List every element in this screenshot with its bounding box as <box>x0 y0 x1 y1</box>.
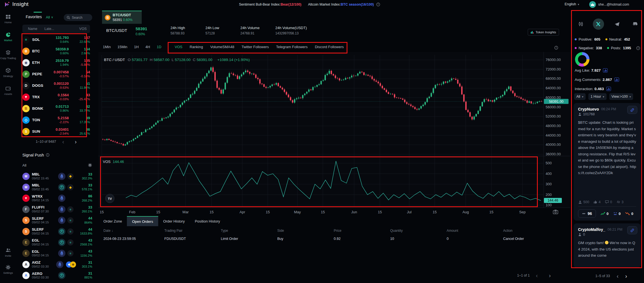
info-icon[interactable] <box>376 3 380 6</box>
discord-icon[interactable] <box>632 22 638 27</box>
timeframe-1min[interactable]: 1Min <box>103 45 111 49</box>
page-next-button[interactable]: › <box>625 273 627 279</box>
order-column-date[interactable]: Date ↓ <box>103 229 164 233</box>
mini-chart-icon[interactable] <box>603 68 608 72</box>
tab-twitter-x-icon[interactable] <box>593 18 604 30</box>
column-vos[interactable]: VOS <box>74 27 87 31</box>
telegram-icon[interactable] <box>614 22 620 27</box>
sidebar-item-copy-trading[interactable]: Copy Trading <box>0 50 16 60</box>
filter-dropdown-2[interactable]: View:>100▾ <box>609 93 633 100</box>
account-email[interactable]: she...@hotmail.com <box>598 3 629 6</box>
post-link-button[interactable] <box>627 226 637 234</box>
timeframe-4h[interactable]: 4H <box>145 45 150 49</box>
post-card-0[interactable]: CrypNuevo06:24 PM101768$BTC update: Char… <box>574 103 641 221</box>
filter-dropdown-1[interactable]: 1 Hour▾ <box>588 93 607 100</box>
insight-logo-icon <box>4 1 10 8</box>
column-latest[interactable]: Late... <box>44 27 74 31</box>
post-author[interactable]: CryptoMalfoy_ <box>578 227 605 232</box>
tab-btcusdt-pair[interactable]: B BTC/USDT 58391 0.60% <box>102 11 142 24</box>
sidebar-item-assets[interactable]: Assets <box>0 86 16 95</box>
timeframe-15min[interactable]: 15Min <box>117 45 127 49</box>
language-selector[interactable]: English ▾ <box>565 2 579 6</box>
page-prev-button[interactable]: ‹ <box>617 273 619 279</box>
order-column-trading-pair[interactable]: Trading Pair <box>164 229 221 233</box>
page-next-button[interactable]: › <box>75 139 77 144</box>
chart-settings-icon[interactable] <box>578 21 584 27</box>
token-insights-button[interactable]: Token Insights <box>528 29 559 36</box>
order-tab-order-zone[interactable]: Order Zone <box>98 216 127 226</box>
sidebar-item-settings[interactable]: Settings <box>0 265 16 274</box>
watchlist-row-eth[interactable]: ◆ETH2519.791.94%105-5.88% <box>22 57 90 68</box>
order-tab-order-history[interactable]: Order History <box>158 216 190 226</box>
mini-chart-icon[interactable] <box>606 87 611 91</box>
order-column-side[interactable]: Side <box>277 229 334 233</box>
post-card-1[interactable]: CryptoMalfoy_06:21 PM0GM crypto fam! We'… <box>574 223 641 268</box>
tab-ranking[interactable]: Ranking <box>190 45 203 49</box>
filter-dropdown-0[interactable]: All▾ <box>574 93 586 100</box>
signal-row-egl-7[interactable]: EEGL09/02 04:15≡431156.2% <box>22 248 92 259</box>
coin-symbol: SOL <box>32 38 47 42</box>
sidebar-item-market[interactable]: Market <box>0 32 16 42</box>
mini-chart-icon[interactable] <box>614 78 619 82</box>
info-icon[interactable] <box>554 46 558 50</box>
sidebar-item-invite[interactable]: Invite <box>0 247 16 257</box>
watchlist-row-ton[interactable]: ◇TON5.2158-2.22%3917.35% <box>22 114 90 126</box>
post-link-button[interactable] <box>627 106 637 114</box>
order-column-price[interactable]: Price <box>334 229 390 233</box>
info-icon[interactable] <box>636 46 640 50</box>
tab-discord-followers[interactable]: Discord Followers <box>315 45 344 49</box>
page-prev-button[interactable]: ‹ <box>536 273 538 278</box>
page-prev-button[interactable]: ‹ <box>62 139 64 144</box>
sidebar-item-home[interactable]: Home <box>0 14 16 24</box>
sidebar-item-strategy[interactable]: Strategy <box>0 68 16 78</box>
timeframe-1d[interactable]: 1D <box>157 45 162 49</box>
signal-badges <box>58 272 75 279</box>
order-column-quantity[interactable]: Quantity <box>390 229 447 233</box>
watchlist-row-sun[interactable]: SSUN0.03401-2.54%3625.62% <box>22 126 90 137</box>
tab-twitter-followers[interactable]: Twitter Followers <box>242 45 269 49</box>
coin-vos: 42 <box>71 104 90 109</box>
signal-info: MBL09/02 15:45 <box>32 183 58 191</box>
tab-vos[interactable]: VOS <box>175 45 182 49</box>
signal-row-egl-6[interactable]: EEGL09/02 04:15≡432568.1% <box>22 237 92 248</box>
page-next-button[interactable]: › <box>549 273 551 278</box>
column-name[interactable]: Name <box>28 27 44 31</box>
watchlist-row-dogs[interactable]: DDOGS0.001120-9.63%5111.86% <box>22 80 90 91</box>
watchlist-row-btc[interactable]: BBTC58359.90.60%1642.68% <box>22 45 90 57</box>
watchlist-filter-dropdown[interactable]: All ∨ <box>46 15 53 19</box>
signal-row-aero-9[interactable]: AAERO09/02 03:3031881% <box>22 270 92 281</box>
signal-row-mbl-0[interactable]: MMBL09/02 15:45◆33302.3% <box>22 171 92 182</box>
signal-row-slerf-5[interactable]: SSLERF09/02 04:15≡441633.8% <box>22 226 92 237</box>
tab-telegram-followers[interactable]: Telegram Followers <box>276 45 308 49</box>
order-tab-open-orders[interactable]: Open Orders <box>127 216 158 226</box>
info-icon[interactable] <box>46 153 50 157</box>
signal-filter-dropdown[interactable]: All <box>22 163 26 167</box>
order-column-action[interactable]: Action <box>503 229 570 233</box>
price-vos-chart[interactable]: 58391.0076000.0072000.0068000.0064000.00… <box>98 52 570 216</box>
post-author[interactable]: CrypNuevo <box>578 107 599 111</box>
avatar[interactable] <box>589 1 596 8</box>
signal-row-slerf-4[interactable]: SSLERF09/02 04:15≡44864% <box>22 215 92 226</box>
signal-row-mbl-1[interactable]: MMBL09/02 15:45◆33578.1% <box>22 182 92 193</box>
signal-time: 09/02 03:30 <box>32 276 58 280</box>
cancel-order-button[interactable]: Cancel Order <box>503 237 570 241</box>
order-column-type[interactable]: Type <box>221 229 277 233</box>
signal-row-aioz-8[interactable]: AAIOZ09/02 03:30◆◆31303.1% <box>22 259 92 270</box>
watchlist-row-bonk[interactable]: BBONK0.017130.86%4233.79% <box>22 103 90 114</box>
signal-info: WTRX09/02 14:15 <box>32 194 58 202</box>
order-column-amount[interactable]: Amount <box>447 229 503 233</box>
timeframe-1h[interactable]: 1H <box>134 45 139 49</box>
watchlist-row-sol[interactable]: ≡SOL131.7930.64%16722.68% <box>22 34 90 45</box>
signal-row-wtrx-2[interactable]: ▼WTRX09/02 14:1586268.2% <box>22 193 92 204</box>
signal-row-fluffi-3[interactable]: FFLUFFI09/02 07:30≡33260.1% <box>22 204 92 215</box>
tab-volumesma48[interactable]: VolumeSMA48 <box>210 45 234 49</box>
gear-icon[interactable] <box>88 163 92 167</box>
sort-down-icon[interactable]: ↓ <box>112 229 113 233</box>
coin-vos-change: 33.79% <box>71 109 90 113</box>
tab-favorites[interactable]: Favorites <box>26 15 42 19</box>
search-input[interactable]: Search <box>64 14 92 21</box>
watchlist-row-trx[interactable]: ▼TRX0.1564-0.03%43-25.42% <box>22 91 90 103</box>
order-tab-position-history[interactable]: Position History <box>190 216 225 226</box>
watchlist-row-pepe[interactable]: PPEPE0.007458-0.57%54-0.18% <box>22 68 90 80</box>
rocket-icon <box>58 206 65 213</box>
